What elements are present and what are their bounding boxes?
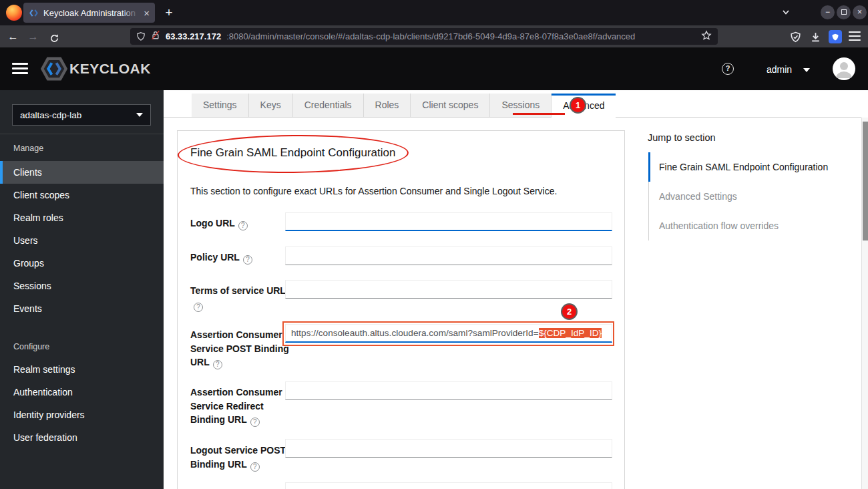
nav-group-manage: Manage: [13, 144, 43, 153]
keycloak-favicon-icon: [29, 8, 39, 18]
sidebar-item-realm-roles[interactable]: Realm roles: [0, 206, 164, 229]
back-button[interactable]: ←: [4, 27, 22, 45]
tab-title: Keycloak Administration: [43, 8, 139, 18]
forward-button[interactable]: →: [24, 27, 42, 45]
help-icon[interactable]: ?: [250, 462, 260, 472]
browser-tab[interactable]: Keycloak Administration ×: [23, 3, 155, 23]
nav-toggle-icon[interactable]: [12, 63, 28, 74]
sidebar-item-identity-providers[interactable]: Identity providers: [0, 403, 164, 426]
tab-credentials[interactable]: Credentials: [293, 94, 364, 117]
help-icon[interactable]: ?: [250, 418, 260, 427]
sidebar-item-clients[interactable]: Clients: [0, 161, 164, 184]
sidebar-item-user-federation[interactable]: User federation: [0, 426, 164, 449]
tos-url-input[interactable]: [285, 280, 612, 299]
sidebar-item-groups[interactable]: Groups: [0, 252, 164, 275]
bitwarden-extension-icon[interactable]: [829, 30, 842, 43]
browser-window: Keycloak Administration × + − × ← → 63.3…: [0, 0, 868, 489]
annotation-rectangle: [282, 321, 614, 346]
logout-post-url-label: Logout Service POST Binding URL?: [190, 444, 293, 472]
keycloak-logo[interactable]: KEYCLOAK: [40, 55, 151, 82]
realm-caret-icon: [136, 113, 143, 117]
downloads-icon[interactable]: [808, 29, 823, 44]
user-menu-caret-icon[interactable]: [803, 68, 810, 72]
insecure-lock-icon[interactable]: [151, 30, 160, 43]
user-menu[interactable]: admin: [767, 64, 792, 75]
help-icon[interactable]: ?: [722, 63, 734, 75]
browser-menu-icon[interactable]: [849, 31, 861, 41]
section-description: This section to configure exact URLs for…: [190, 186, 557, 196]
tab-list-chevron-icon[interactable]: [781, 7, 791, 19]
jump-panel: Fine Grain SAML Endpoint Configuration A…: [648, 152, 857, 240]
window-close-button[interactable]: ×: [853, 5, 867, 19]
window-maximize-button[interactable]: [837, 5, 851, 19]
sidebar: adaltas-cdp-lab Manage Clients Client sc…: [0, 90, 164, 489]
logo-url-label: Logo URL?: [190, 216, 293, 230]
avatar[interactable]: [833, 57, 855, 80]
extension-shield-icon[interactable]: [788, 29, 803, 44]
acs-redirect-url-label: Assertion Consumer Service Redirect Bind…: [190, 385, 293, 427]
url-path: :8080/admin/master/console/#/adaltas-cdp…: [226, 31, 696, 41]
url-bar[interactable]: 63.33.217.172 :8080/admin/master/console…: [130, 28, 718, 45]
annotation-underline: [513, 113, 565, 115]
firefox-icon[interactable]: [6, 5, 22, 21]
nav-group-configure: Configure: [13, 342, 49, 351]
keycloak-masthead: KEYCLOAK: [0, 47, 868, 90]
help-icon[interactable]: ?: [238, 221, 248, 230]
policy-url-input[interactable]: [285, 247, 612, 265]
logout-post-url-input[interactable]: [285, 439, 612, 458]
help-icon[interactable]: ?: [243, 255, 252, 265]
jump-item-advanced-settings[interactable]: Advanced Settings: [649, 182, 857, 211]
sidebar-item-authentication[interactable]: Authentication: [0, 381, 164, 403]
tab-keys[interactable]: Keys: [249, 94, 293, 117]
help-icon[interactable]: ?: [194, 303, 203, 312]
browser-titlebar: Keycloak Administration × + − ×: [0, 0, 868, 25]
tos-url-label: Terms of service URL?: [190, 284, 293, 312]
sidebar-item-client-scopes[interactable]: Client scopes: [0, 184, 164, 206]
jump-item-auth-flow-overrides[interactable]: Authentication flow overrides: [649, 211, 857, 240]
annotation-badge-2: 2: [561, 303, 578, 320]
tab-client-scopes[interactable]: Client scopes: [411, 94, 490, 117]
bookmark-star-icon[interactable]: [701, 30, 712, 43]
sidebar-item-events[interactable]: Events: [0, 297, 164, 320]
sidebar-item-realm-settings[interactable]: Realm settings: [0, 358, 164, 381]
brand-text: KEYCLOAK: [69, 61, 151, 77]
logout-redirect-url-input[interactable]: [285, 482, 612, 489]
policy-url-label: Policy URL?: [190, 251, 293, 265]
reload-button[interactable]: [45, 27, 63, 45]
scrollbar-thumb[interactable]: [863, 122, 868, 240]
realm-selector[interactable]: adaltas-cdp-lab: [12, 104, 151, 126]
page-scrollbar: [861, 118, 868, 489]
acs-post-url-label: Assertion Consumer Service POST Binding …: [190, 328, 293, 369]
acs-redirect-url-input[interactable]: [285, 381, 612, 400]
tab-roles[interactable]: Roles: [364, 94, 411, 117]
annotation-badge-1: 1: [570, 97, 586, 114]
tracking-shield-icon[interactable]: [136, 31, 146, 41]
logo-url-input[interactable]: [285, 212, 612, 231]
keycloak-logo-icon: [40, 55, 68, 82]
tab-settings[interactable]: Settings: [192, 94, 249, 117]
sidebar-item-users[interactable]: Users: [0, 229, 164, 252]
window-minimize-button[interactable]: −: [821, 5, 835, 19]
jump-panel-title: Jump to section: [648, 132, 716, 143]
tab-close-icon[interactable]: ×: [144, 8, 150, 18]
realm-name: adaltas-cdp-lab: [20, 110, 136, 120]
new-tab-button[interactable]: +: [160, 4, 178, 21]
url-host: 63.33.217.172: [166, 31, 221, 41]
jump-item-fine-grain-saml[interactable]: Fine Grain SAML Endpoint Configuration: [649, 152, 857, 182]
sidebar-item-sessions[interactable]: Sessions: [0, 275, 164, 297]
help-icon[interactable]: ?: [213, 360, 222, 369]
browser-toolbar: ← → 63.33.217.172 :8080/admin/master/con…: [0, 25, 868, 47]
